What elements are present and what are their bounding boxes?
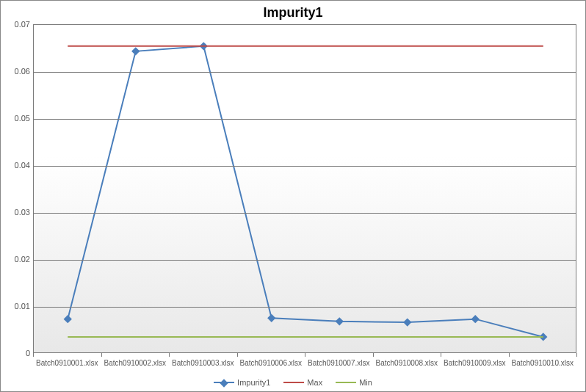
chart-title: Impurity1: [1, 5, 585, 21]
legend-item: Impurity1: [214, 378, 270, 387]
data-marker: [403, 318, 411, 326]
plot-area: [33, 24, 576, 353]
y-tick-label: 0.05: [1, 114, 30, 123]
x-tick-label: Batch0910008.xlsx: [375, 359, 438, 367]
x-tick-label: Batch0910003.xlsx: [172, 359, 234, 367]
gridline: [34, 260, 576, 261]
x-tick-label: Batch0910007.xlsx: [308, 359, 370, 367]
y-tick-label: 0.07: [1, 20, 30, 29]
y-tick-label: 0.03: [1, 208, 30, 217]
series-line: [68, 46, 543, 337]
chart-svg: [34, 25, 576, 352]
x-tick-label: Batch0910002.xlsx: [104, 359, 166, 367]
x-tick-mark: [237, 353, 238, 357]
diamond-marker-icon: [220, 379, 228, 387]
legend-label: Impurity1: [237, 378, 270, 387]
data-marker: [471, 315, 480, 323]
y-tick-label: 0: [1, 349, 30, 357]
x-tick-mark: [441, 353, 441, 357]
x-tick-mark: [33, 353, 34, 357]
y-tick-label: 0.02: [1, 255, 30, 264]
y-tick-label: 0.01: [1, 302, 30, 311]
x-tick-label: Batch0910001.xlsx: [36, 359, 98, 367]
x-tick-mark: [305, 353, 305, 357]
x-tick-mark: [509, 353, 510, 357]
legend-item: Max: [283, 378, 322, 387]
x-tick-mark: [101, 353, 102, 357]
x-tick-mark: [169, 353, 170, 357]
x-tick-label: Batch0910009.xlsx: [444, 359, 506, 367]
data-marker: [336, 317, 344, 325]
y-tick-label: 0.06: [1, 67, 30, 76]
y-tick-label: 0.04: [1, 161, 30, 170]
gridline: [34, 213, 576, 214]
gridline: [34, 307, 576, 308]
gridline: [34, 166, 576, 167]
legend-label: Min: [359, 378, 372, 387]
chart-container: Impurity1 Impurity1MaxMin 00.010.020.030…: [0, 0, 586, 392]
data-marker: [131, 47, 140, 55]
gridline: [34, 119, 576, 120]
legend-swatch: [336, 382, 356, 383]
legend-item: Min: [336, 378, 372, 387]
chart-legend: Impurity1MaxMin: [1, 378, 585, 387]
x-tick-label: Batch0910010.xlsx: [511, 359, 574, 367]
data-marker: [64, 315, 72, 323]
x-tick-label: Batch0910006.xlsx: [239, 359, 302, 367]
gridline: [34, 72, 576, 73]
data-marker: [267, 314, 275, 322]
legend-swatch: [214, 382, 234, 383]
legend-label: Max: [307, 378, 322, 387]
x-tick-mark: [373, 353, 374, 357]
legend-swatch: [283, 382, 304, 383]
x-tick-mark: [576, 353, 577, 357]
